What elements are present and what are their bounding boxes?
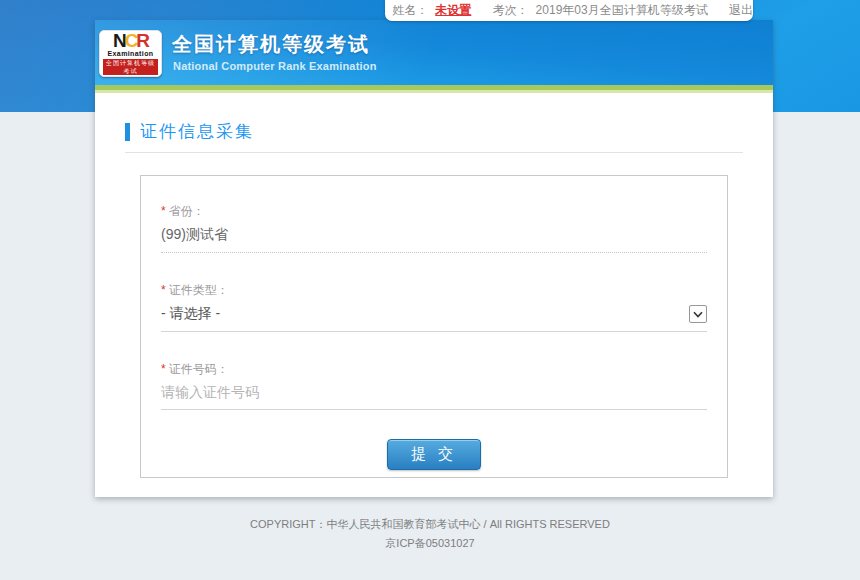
id-type-field: *证件类型： - 请选择 - xyxy=(161,282,707,332)
exam-label: 考次： xyxy=(493,2,529,19)
name-label: 姓名： xyxy=(392,2,428,19)
exam-value: 2019年03月全国计算机等级考试 xyxy=(536,2,708,19)
section-accent-bar xyxy=(125,123,130,141)
id-type-select[interactable]: - 请选择 - xyxy=(161,305,707,332)
id-number-input[interactable] xyxy=(161,384,707,410)
required-mark: * xyxy=(161,204,166,218)
site-header: NCR Examination 全国计算机等级考试 全国计算机等级考试 Nati… xyxy=(95,20,773,85)
divider xyxy=(125,152,743,153)
province-value: (99)测试省 xyxy=(161,226,707,253)
province-field: *省份： (99)测试省 xyxy=(161,203,707,253)
logo-ribbon-text: 全国计算机等级考试 xyxy=(103,59,158,75)
province-label: 省份： xyxy=(169,204,205,218)
required-mark: * xyxy=(161,362,166,376)
site-title-cn: 全国计算机等级考试 xyxy=(172,31,370,58)
copyright-text: COPYRIGHT：中华人民共和国教育部考试中心 / All RIGHTS RE… xyxy=(0,515,860,534)
section-heading: 证件信息采集 xyxy=(125,120,743,143)
main-panel: NCR Examination 全国计算机等级考试 全国计算机等级考试 Nati… xyxy=(95,20,773,497)
site-title-en: National Computer Rank Examination xyxy=(173,60,377,72)
id-collection-form: *省份： (99)测试省 *证件类型： - 请选择 - *证件号码： xyxy=(140,175,728,478)
id-number-field: *证件号码： xyxy=(161,361,707,410)
select-dropdown-box[interactable] xyxy=(689,305,707,323)
id-type-label: 证件类型： xyxy=(169,283,229,297)
province-value-text: (99)测试省 xyxy=(161,226,228,244)
green-accent-stripe xyxy=(95,85,773,93)
chevron-down-icon xyxy=(693,311,703,318)
logout-link[interactable]: 退出 xyxy=(729,2,753,19)
province-label-row: *省份： xyxy=(161,203,707,220)
icp-number: 京ICP备05031027 xyxy=(0,534,860,553)
id-number-label-row: *证件号码： xyxy=(161,361,707,378)
id-number-label: 证件号码： xyxy=(169,362,229,376)
page-title: 证件信息采集 xyxy=(140,120,254,143)
required-mark: * xyxy=(161,283,166,297)
ncre-logo: NCR Examination 全国计算机等级考试 xyxy=(99,30,162,77)
name-value-link[interactable]: 未设置 xyxy=(435,2,471,19)
submit-row: 提 交 xyxy=(161,439,707,470)
logo-ncr-text: NCR xyxy=(113,33,148,49)
user-topbar: 姓名： 未设置 考次： 2019年03月全国计算机等级考试 退出 xyxy=(385,0,753,21)
submit-button[interactable]: 提 交 xyxy=(387,439,481,470)
logo-examination-text: Examination xyxy=(107,49,153,58)
id-type-label-row: *证件类型： xyxy=(161,282,707,299)
id-type-selected-value: - 请选择 - xyxy=(161,305,220,323)
page-footer: COPYRIGHT：中华人民共和国教育部考试中心 / All RIGHTS RE… xyxy=(0,515,860,553)
